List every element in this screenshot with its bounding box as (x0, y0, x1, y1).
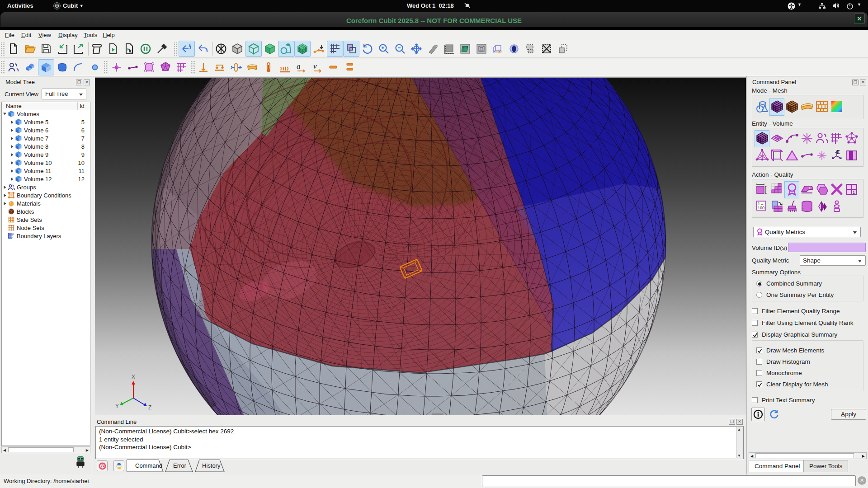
svg-text:1: 1 (853, 190, 855, 195)
svg-text:X: X (132, 374, 135, 380)
svg-text:iD: iD (129, 49, 133, 53)
svg-text:Command: Command (135, 462, 162, 469)
svg-text:100: 100 (758, 206, 764, 210)
svg-text:v: v (313, 62, 317, 70)
svg-text:Error: Error (173, 462, 187, 469)
svg-text:a: a (297, 62, 301, 70)
svg-text:Z: Z (148, 404, 151, 411)
svg-text:Y: Y (115, 403, 119, 409)
svg-text:History: History (202, 462, 221, 469)
